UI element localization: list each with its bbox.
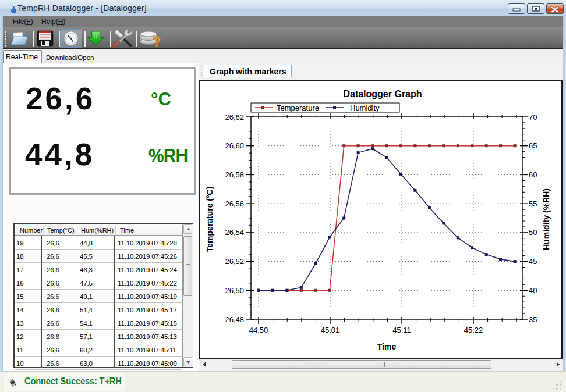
svg-text:26,48: 26,48 — [225, 315, 244, 324]
svg-text:Humidity (%RH): Humidity (%RH) — [542, 188, 551, 250]
svg-text:Temperature (°C): Temperature (°C) — [205, 187, 214, 252]
svg-text:26,60: 26,60 — [225, 141, 244, 150]
svg-text:45: 45 — [529, 257, 537, 266]
svg-text:45:11: 45:11 — [392, 326, 411, 334]
svg-text:50: 50 — [529, 228, 537, 237]
svg-text:26,54: 26,54 — [225, 228, 244, 237]
svg-text:60: 60 — [529, 170, 537, 179]
svg-text:Temperature: Temperature — [277, 104, 319, 112]
svg-text:Time: Time — [377, 342, 397, 351]
svg-text:Datalogger Graph: Datalogger Graph — [343, 89, 422, 99]
svg-text:26,50: 26,50 — [225, 286, 244, 295]
svg-text:35: 35 — [529, 315, 537, 324]
svg-text:55: 55 — [529, 199, 537, 208]
svg-text:65: 65 — [529, 141, 537, 150]
svg-text:26,56: 26,56 — [225, 199, 244, 208]
svg-text:26,52: 26,52 — [225, 257, 244, 266]
svg-text:45:22: 45:22 — [464, 326, 483, 334]
svg-text:70: 70 — [529, 113, 537, 122]
svg-text:40: 40 — [529, 286, 537, 295]
svg-text:26,62: 26,62 — [225, 113, 244, 122]
svg-text:Humidity: Humidity — [350, 104, 380, 112]
svg-text:?: ? — [153, 34, 161, 48]
svg-text:44:50: 44:50 — [249, 326, 268, 334]
svg-text:45:01: 45:01 — [321, 326, 340, 334]
svg-text:26,58: 26,58 — [225, 170, 244, 179]
